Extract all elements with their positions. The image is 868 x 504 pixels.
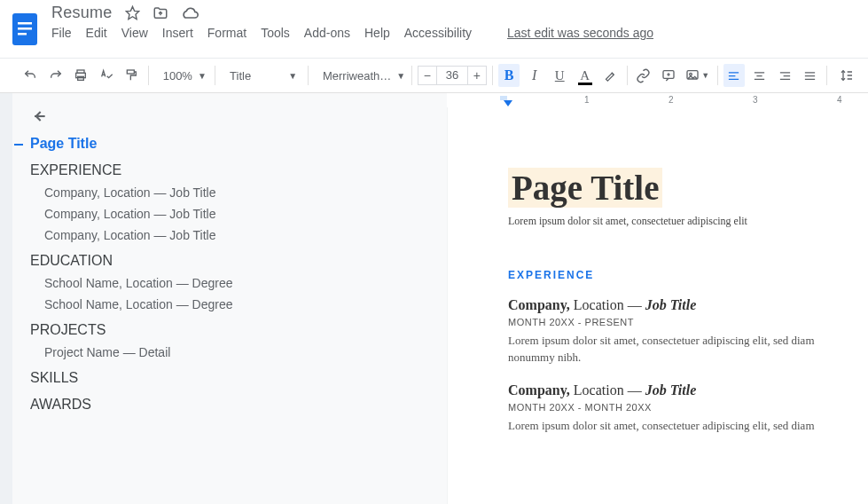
underline-button[interactable]: U (549, 64, 571, 87)
move-icon[interactable] (152, 5, 168, 21)
separator (627, 66, 628, 85)
align-center-button[interactable] (748, 64, 770, 87)
style-value: Title (230, 69, 283, 83)
experience-entry[interactable]: Company, Location — Job Title MONTH 20XX… (508, 297, 868, 366)
svg-point-11 (690, 73, 692, 75)
highlight-color-button[interactable] (599, 64, 622, 87)
add-comment-button[interactable] (658, 64, 680, 87)
docs-logo[interactable] (7, 5, 43, 53)
menu-file[interactable]: File (51, 26, 72, 40)
outline-title-label: Page Title (30, 136, 97, 152)
paragraph-style-select[interactable]: Title▼ (221, 64, 302, 87)
font-size-decrease[interactable]: − (418, 66, 437, 85)
outline-heading[interactable]: SKILLS (30, 370, 438, 386)
entry-title-line: Company, Location — Job Title (508, 297, 868, 313)
separator (308, 66, 309, 85)
svg-marker-4 (126, 6, 138, 19)
font-select[interactable]: Merriweath…▼ (314, 64, 406, 87)
last-edit-link[interactable]: Last edit was seconds ago (507, 26, 653, 40)
paint-format-button[interactable] (121, 64, 143, 87)
ruler-tick: 2 (669, 95, 674, 105)
menu-insert[interactable]: Insert (162, 26, 193, 40)
entry-job-title: Job Title (645, 382, 697, 398)
entry-body: Lorem ipsum dolor sit amet, consectetuer… (508, 333, 863, 366)
cloud-status-icon[interactable] (181, 6, 199, 20)
entry-date: MONTH 20XX - PRESENT (508, 317, 868, 327)
entry-job-title: Job Title (645, 297, 697, 312)
spellcheck-button[interactable] (96, 64, 118, 87)
text-color-button[interactable]: A (575, 64, 597, 87)
experience-entry[interactable]: Company, Location — Job Title MONTH 20XX… (508, 382, 868, 435)
ruler-tick: 1 (584, 95, 590, 105)
entry-company: Company, (508, 297, 570, 312)
align-right-button[interactable] (774, 64, 796, 87)
svg-rect-1 (18, 22, 32, 25)
chevron-down-icon: ▼ (701, 71, 709, 80)
workspace: Page Title EXPERIENCE Company, Location … (0, 93, 868, 504)
outline-close-button[interactable] (30, 107, 438, 125)
svg-rect-8 (128, 70, 135, 74)
outline-item[interactable]: Company, Location — Job Title (44, 185, 438, 200)
toolbar: 100%▼ Title▼ Merriweath…▼ − 36 + B I U A… (0, 59, 868, 93)
redo-button[interactable] (45, 64, 67, 87)
outline-heading[interactable]: PROJECTS (30, 322, 438, 338)
document-area: 1 2 3 4 Page Title Lorem ipsum dolor sit… (447, 93, 868, 504)
entry-date: MONTH 20XX - MONTH 20XX (508, 402, 868, 413)
page-title[interactable]: Page Title (508, 168, 662, 208)
svg-rect-3 (18, 33, 27, 35)
left-indent-marker[interactable] (504, 100, 512, 106)
outline-item[interactable]: School Name, Location — Degree (44, 297, 438, 311)
undo-button[interactable] (20, 64, 42, 87)
zoom-select[interactable]: 100%▼ (154, 64, 209, 87)
separator (411, 66, 412, 85)
separator (148, 66, 149, 85)
font-size-input[interactable]: 36 (437, 66, 467, 85)
separator (492, 66, 493, 85)
line-spacing-button[interactable] (833, 64, 861, 87)
italic-button[interactable]: I (523, 64, 545, 87)
insert-link-button[interactable] (633, 64, 655, 87)
ruler-tick: 3 (753, 95, 758, 105)
separator (717, 66, 718, 85)
menu-view[interactable]: View (121, 26, 148, 40)
outline-heading[interactable]: EXPERIENCE (30, 162, 438, 178)
outline-item[interactable]: Project Name — Detail (44, 345, 438, 359)
outline-item[interactable]: Company, Location — Job Title (44, 228, 438, 242)
chevron-down-icon: ▼ (288, 71, 297, 81)
chevron-down-icon: ▼ (396, 71, 405, 81)
menu-help[interactable]: Help (364, 26, 390, 40)
font-value: Merriweath… (323, 69, 391, 83)
font-size-increase[interactable]: + (467, 66, 487, 85)
star-icon[interactable] (125, 5, 140, 20)
entry-title-line: Company, Location — Job Title (508, 382, 868, 398)
print-button[interactable] (70, 64, 92, 87)
menu-tools[interactable]: Tools (261, 26, 290, 40)
outline-title-item[interactable]: Page Title (30, 136, 438, 152)
document-title[interactable]: Resume (51, 4, 113, 22)
align-left-button[interactable] (723, 64, 746, 87)
font-size-group: − 36 + (418, 66, 487, 85)
align-justify-button[interactable] (799, 64, 821, 87)
entry-body: Lorem ipsum dolor sit amet, consectetuer… (508, 418, 863, 435)
insert-image-button[interactable]: ▼ (684, 64, 712, 87)
horizontal-ruler[interactable]: 1 2 3 4 (447, 93, 868, 107)
document-page[interactable]: Page Title Lorem ipsum dolor sit amet, c… (447, 107, 868, 504)
outline-heading[interactable]: AWARDS (30, 397, 438, 413)
menubar: Resume File Edit View Insert Format Tool… (0, 0, 868, 59)
outline-heading[interactable]: EDUCATION (30, 253, 438, 269)
menu-accessibility[interactable]: Accessibility (404, 26, 472, 40)
section-heading[interactable]: EXPERIENCE (508, 269, 868, 281)
page-subtitle[interactable]: Lorem ipsum dolor sit amet, consectetuer… (508, 215, 868, 228)
outline-pane: Page Title EXPERIENCE Company, Location … (0, 93, 447, 504)
menu-row: File Edit View Insert Format Tools Add-o… (51, 26, 861, 40)
outline-item[interactable]: School Name, Location — Degree (44, 276, 438, 290)
outline-item[interactable]: Company, Location — Job Title (44, 207, 438, 221)
vertical-ruler-strip (0, 93, 12, 504)
zoom-value: 100% (163, 69, 192, 83)
svg-rect-7 (78, 76, 84, 80)
bold-button[interactable]: B (498, 64, 520, 87)
menu-addons[interactable]: Add-ons (304, 26, 350, 40)
menu-edit[interactable]: Edit (86, 26, 107, 40)
ruler-tick: 4 (837, 95, 842, 105)
menu-format[interactable]: Format (207, 26, 246, 40)
